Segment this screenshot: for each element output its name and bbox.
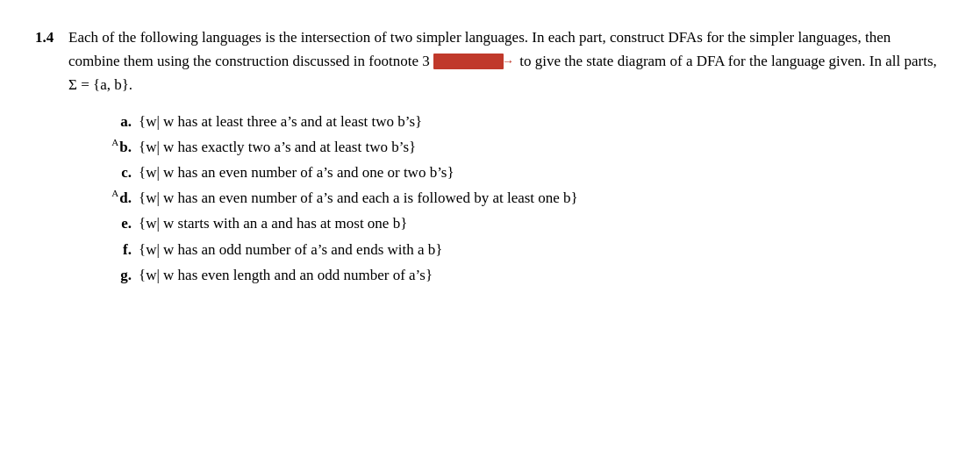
redaction-arrow: → <box>502 52 514 71</box>
part-label-g: g. <box>88 263 132 287</box>
part-item-g: g. {w| w has even length and an odd numb… <box>88 263 945 287</box>
part-label-text-b: b. <box>119 139 132 155</box>
part-item-b: Ab. {w| w has exactly two a’s and at lea… <box>88 135 945 159</box>
part-content-a: {w| w has at least three a’s and at leas… <box>139 110 422 133</box>
parts-list: a. {w| w has at least three a’s and at l… <box>88 110 945 287</box>
part-label-text-e: e. <box>121 215 132 232</box>
superscript-d: A <box>111 188 118 198</box>
part-label-text-f: f. <box>123 241 132 258</box>
part-label-c: c. <box>88 161 132 184</box>
part-item-f: f. {w| w has an odd number of a’s and en… <box>88 238 945 261</box>
problem-block: 1.4 Each of the following languages is t… <box>35 26 945 287</box>
part-label-text-d: d. <box>119 189 132 206</box>
part-label-text-c: c. <box>121 164 132 181</box>
part-label-a: a. <box>88 110 132 133</box>
part-item-c: c. {w| w has an even number of a’s and o… <box>88 161 945 184</box>
part-label-f: f. <box>88 238 132 261</box>
part-label-e: e. <box>88 211 132 235</box>
part-item-d: Ad. {w| w has an even number of a’s and … <box>88 186 945 210</box>
part-content-b: {w| w has exactly two a’s and at least t… <box>139 135 416 159</box>
part-label-b: Ab. <box>88 135 132 159</box>
part-label-text-a: a. <box>120 113 132 130</box>
part-content-g: {w| w has even length and an odd number … <box>139 263 433 287</box>
problem-header: 1.4 Each of the following languages is t… <box>35 26 945 97</box>
part-label-d: Ad. <box>88 186 132 210</box>
part-item-e: e. {w| w starts with an a and has at mos… <box>88 211 945 235</box>
part-content-f: {w| w has an odd number of a’s and ends … <box>139 238 442 261</box>
part-content-d: {w| w has an even number of a’s and each… <box>139 186 578 210</box>
part-content-e: {w| w starts with an a and has at most o… <box>139 211 407 235</box>
superscript-b: A <box>111 137 118 147</box>
part-content-c: {w| w has an even number of a’s and one … <box>139 161 454 184</box>
part-item-a: a. {w| w has at least three a’s and at l… <box>88 110 945 133</box>
problem-number: 1.4 <box>35 26 68 49</box>
problem-text: Each of the following languages is the i… <box>68 26 945 97</box>
redaction-block <box>433 54 504 69</box>
part-label-text-g: g. <box>120 267 132 283</box>
